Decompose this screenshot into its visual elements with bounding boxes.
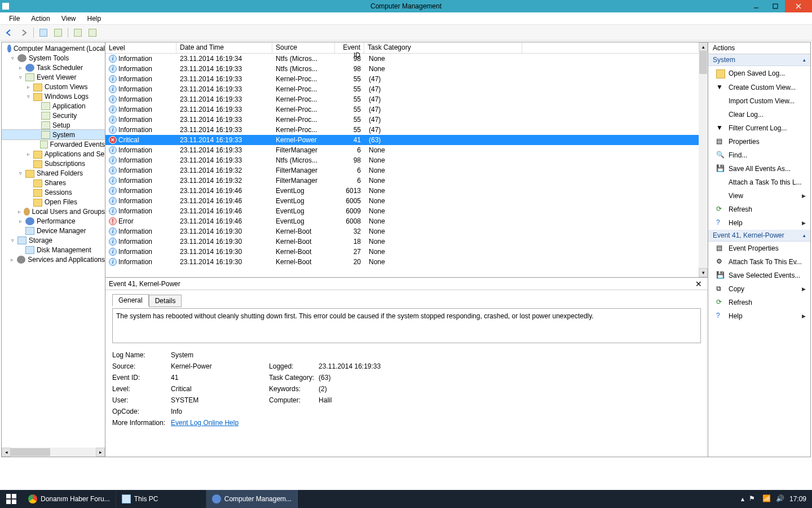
tree-hscrollbar[interactable]: ◂▸: [2, 448, 105, 457]
tree-node[interactable]: Disk Management: [2, 245, 105, 255]
tree-node[interactable]: ▿Windows Logs: [2, 91, 105, 101]
table-row[interactable]: iInformation23.11.2014 16:19:33Kernel-Pr…: [105, 125, 699, 135]
table-row[interactable]: iInformation23.11.2014 16:19:33Kernel-Pr…: [105, 74, 699, 84]
actions-section-event[interactable]: Event 41, Kernel-Power▴: [708, 230, 810, 242]
tree-twisty[interactable]: ▹: [17, 65, 23, 71]
toolbar-icon[interactable]: [71, 27, 85, 39]
menu-view[interactable]: View: [56, 14, 82, 24]
table-row[interactable]: iInformation23.11.2014 16:19:33Kernel-Pr…: [105, 94, 699, 104]
flag-icon[interactable]: ⚑: [749, 494, 758, 503]
table-row[interactable]: iInformation23.11.2014 16:19:33Ntfs (Mic…: [105, 64, 699, 74]
table-row[interactable]: iInformation23.11.2014 16:19:33Kernel-Pr…: [105, 115, 699, 125]
maximize-button[interactable]: [766, 0, 785, 12]
tree-node[interactable]: ▹Services and Applications: [2, 255, 105, 264]
tree-node[interactable]: ▿Shared Folders: [2, 168, 105, 178]
tree-twisty[interactable]: ▿: [10, 238, 15, 243]
menu-file[interactable]: File: [3, 14, 25, 24]
taskbar-button[interactable]: This PC: [116, 490, 206, 508]
tree-node[interactable]: ▹Local Users and Groups: [2, 207, 105, 216]
actions-section-system[interactable]: System▴: [708, 54, 810, 66]
start-button[interactable]: [0, 490, 23, 508]
table-row[interactable]: iInformation23.11.2014 16:19:30Kernel-Bo…: [105, 247, 699, 257]
tree-node[interactable]: Computer Management (Local: [2, 43, 105, 53]
table-row[interactable]: !Error23.11.2014 16:19:46EventLog6008Non…: [105, 216, 699, 226]
tree-node[interactable]: Application: [2, 101, 105, 111]
menu-action[interactable]: Action: [25, 14, 55, 24]
tree-node[interactable]: ▹Custom Views: [2, 82, 105, 91]
tree-node[interactable]: Setup: [2, 120, 105, 130]
tree-twisty[interactable]: ▹: [17, 209, 21, 214]
tree-node[interactable]: ▿Event Viewer: [2, 72, 105, 82]
system-tray[interactable]: ▴ ⚑ 📶 🔊 17:09: [735, 490, 812, 508]
tray-up-icon[interactable]: ▴: [741, 495, 744, 503]
action-item[interactable]: ⟳Refresh: [708, 203, 810, 216]
action-item[interactable]: View▶: [708, 189, 810, 203]
grid-header[interactable]: Level Date and Time Source Event ID Task…: [105, 42, 699, 54]
table-row[interactable]: iInformation23.11.2014 16:19:46EventLog6…: [105, 206, 699, 216]
action-item[interactable]: Open Saved Log...: [708, 66, 810, 81]
tree-node[interactable]: ▿Storage: [2, 235, 105, 245]
tree-twisty[interactable]: ▹: [10, 257, 15, 262]
action-item[interactable]: ?Help▶: [708, 216, 810, 230]
toolbar-icon[interactable]: [37, 27, 50, 39]
grid-vscrollbar[interactable]: ▴▾: [699, 42, 708, 277]
forward-button[interactable]: [17, 27, 30, 39]
tree-node[interactable]: Sessions: [2, 187, 105, 197]
action-item[interactable]: 💾Save Selected Events...: [708, 269, 810, 282]
toolbar-icon[interactable]: [51, 27, 65, 39]
tree-twisty[interactable]: ▹: [25, 84, 31, 90]
table-row[interactable]: iInformation23.11.2014 16:19:34Ntfs (Mic…: [105, 54, 699, 64]
tab-general[interactable]: General: [112, 294, 149, 306]
menu-help[interactable]: Help: [82, 14, 107, 24]
action-item[interactable]: Clear Log...: [708, 108, 810, 121]
table-row[interactable]: ✕Critical23.11.2014 16:19:33Kernel-Power…: [105, 135, 699, 145]
tree-node[interactable]: Forwarded Events: [2, 139, 105, 149]
action-item[interactable]: ▼Create Custom View...: [708, 81, 810, 94]
table-row[interactable]: iInformation23.11.2014 16:19:33Kernel-Pr…: [105, 84, 699, 94]
table-row[interactable]: iInformation23.11.2014 16:19:32FilterMan…: [105, 165, 699, 176]
tree-twisty[interactable]: ▿: [25, 94, 31, 99]
navigation-tree[interactable]: Computer Management (Local▿System Tools▹…: [2, 42, 105, 274]
tree-node[interactable]: Subscriptions: [2, 159, 105, 168]
table-row[interactable]: iInformation23.11.2014 16:19:30Kernel-Bo…: [105, 226, 699, 237]
clock[interactable]: 17:09: [789, 495, 806, 503]
action-item[interactable]: ▤Properties: [708, 135, 810, 148]
back-button[interactable]: [2, 27, 16, 39]
network-icon[interactable]: 📶: [762, 494, 771, 503]
tree-node[interactable]: ▹Applications and Se: [2, 149, 105, 159]
action-item[interactable]: ⧉Copy▶: [708, 282, 810, 296]
action-item[interactable]: 🔍Find...: [708, 148, 810, 162]
tree-node[interactable]: ▹Performance: [2, 216, 105, 226]
event-grid[interactable]: Level Date and Time Source Event ID Task…: [105, 42, 699, 277]
tree-twisty[interactable]: ▿: [10, 55, 15, 61]
tree-node[interactable]: System: [2, 130, 105, 139]
tree-node[interactable]: Device Manager: [2, 226, 105, 235]
action-item[interactable]: Attach a Task To this L...: [708, 176, 810, 189]
tree-twisty[interactable]: ▿: [17, 75, 23, 80]
action-item[interactable]: ?Help▶: [708, 309, 810, 323]
table-row[interactable]: iInformation23.11.2014 16:19:46EventLog6…: [105, 196, 699, 206]
tree-node[interactable]: Security: [2, 111, 105, 120]
tab-details[interactable]: Details: [149, 295, 182, 307]
table-row[interactable]: iInformation23.11.2014 16:19:33Kernel-Pr…: [105, 104, 699, 115]
col-taskcat[interactable]: Task Category: [364, 42, 522, 53]
tree-twisty[interactable]: ▹: [17, 218, 23, 224]
table-row[interactable]: iInformation23.11.2014 16:19:33Ntfs (Mic…: [105, 155, 699, 165]
col-datetime[interactable]: Date and Time: [176, 42, 272, 53]
tree-node[interactable]: Shares: [2, 178, 105, 187]
event-log-help-link[interactable]: Event Log Online Help: [171, 419, 239, 430]
toolbar-icon[interactable]: [86, 27, 99, 39]
tree-twisty[interactable]: ▿: [17, 170, 23, 176]
detail-close-button[interactable]: ✕: [693, 279, 704, 288]
col-eventid[interactable]: Event ID: [335, 42, 364, 53]
table-row[interactable]: iInformation23.11.2014 16:19:32FilterMan…: [105, 176, 699, 186]
taskbar-button[interactable]: Computer Managem...: [206, 490, 298, 508]
action-item[interactable]: ▤Event Properties: [708, 242, 810, 255]
tree-node[interactable]: ▹Task Scheduler: [2, 63, 105, 72]
action-item[interactable]: Import Custom View...: [708, 94, 810, 108]
action-item[interactable]: 💾Save All Events As...: [708, 162, 810, 176]
tree-node[interactable]: Open Files: [2, 197, 105, 207]
close-button[interactable]: [785, 0, 812, 12]
tree-node[interactable]: ▿System Tools: [2, 53, 105, 63]
col-level[interactable]: Level: [105, 42, 176, 53]
